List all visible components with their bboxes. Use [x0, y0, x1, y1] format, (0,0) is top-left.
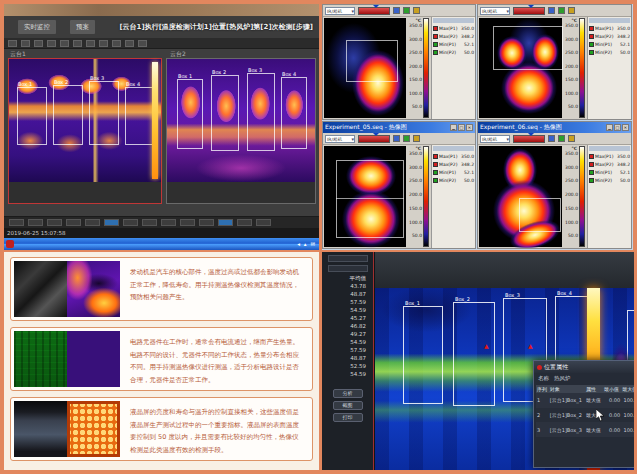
palette-icon[interactable]: [125, 40, 134, 47]
timeline-button[interactable]: [9, 219, 24, 226]
timeline-button[interactable]: [85, 219, 100, 226]
legend-row[interactable]: Max(P1)350.0: [589, 152, 630, 160]
tool-gold-icon[interactable]: [413, 7, 420, 14]
thermal-view[interactable]: [479, 18, 562, 118]
roi-box[interactable]: [336, 160, 404, 238]
camera2-panel[interactable]: Box 1 Box 2 Box 3 Box 4: [166, 58, 316, 204]
snapshot-button[interactable]: 截图: [333, 401, 363, 410]
measure-box[interactable]: Box 4: [281, 77, 307, 149]
sidebar-field[interactable]: [328, 255, 368, 262]
zoom-out-icon[interactable]: [73, 40, 82, 47]
source-dropdown[interactable]: IR/相机: [480, 135, 510, 143]
timeline-button[interactable]: [199, 219, 214, 226]
roi-rect-icon[interactable]: [86, 40, 95, 47]
tab-live-monitor[interactable]: 实时监控: [18, 20, 56, 34]
dialog-titlebar[interactable]: 位置属性 — □ ✕: [534, 361, 634, 373]
timeline-button-active[interactable]: [104, 219, 119, 226]
minimize-icon[interactable]: ▁: [450, 124, 457, 131]
timeline-button[interactable]: [66, 219, 81, 226]
roi-box[interactable]: Box_1: [403, 306, 443, 404]
timeline-button[interactable]: [123, 219, 138, 226]
roi-point-icon[interactable]: [112, 40, 121, 47]
timeline-button[interactable]: [180, 219, 195, 226]
pause-icon[interactable]: [21, 40, 30, 47]
palette-bar[interactable]: [358, 7, 390, 15]
source-dropdown[interactable]: IR/相机: [480, 7, 510, 15]
minimize-icon[interactable]: ▁: [606, 124, 613, 131]
tool-blue-icon[interactable]: [548, 135, 555, 142]
sidebar-field[interactable]: [328, 265, 368, 272]
roi-box[interactable]: [519, 198, 561, 232]
tool-gold-icon[interactable]: [413, 135, 420, 142]
palette-bar[interactable]: [513, 7, 545, 15]
table-row[interactable]: 3 [云台1]Box_3 最大值 0.00 100.00: [536, 422, 634, 437]
snapshot-icon[interactable]: [47, 40, 56, 47]
legend-row[interactable]: Max(P2)348.2: [589, 160, 630, 168]
thermal-view[interactable]: [479, 146, 562, 247]
tool-green-icon[interactable]: [403, 135, 410, 142]
system-tray[interactable]: ◂ ▴ ✉: [297, 241, 316, 247]
tool-green-icon[interactable]: [558, 135, 565, 142]
legend-row[interactable]: Min(P1)52.1: [589, 40, 630, 48]
print-button[interactable]: 打印: [333, 413, 363, 422]
analyze-button[interactable]: 分析: [333, 389, 363, 398]
play-icon[interactable]: [8, 40, 17, 47]
source-dropdown[interactable]: IR/相机: [325, 7, 355, 15]
tab-plan[interactable]: 预案: [70, 20, 95, 34]
measure-box[interactable]: Box 1: [177, 79, 203, 149]
tool-green-icon[interactable]: [403, 7, 410, 14]
timeline-button[interactable]: [237, 219, 252, 226]
ir-window-1[interactable]: IR/相机 °C 350.0300.0250.0200.0150.0100.05…: [322, 4, 476, 120]
thermal-view[interactable]: [324, 18, 406, 118]
table-row[interactable]: 1 [云台1]Box_1 最大值 0.00 100.00: [536, 393, 634, 408]
timeline-button[interactable]: [256, 219, 271, 226]
tool-blue-icon[interactable]: [548, 7, 555, 14]
position-properties-dialog[interactable]: 位置属性 — □ ✕ 名称 热风炉 序列 对象 属性 最小值 最大值: [533, 360, 634, 468]
zoom-in-icon[interactable]: [60, 40, 69, 47]
ir-window-3[interactable]: Experiment_05.seq - 热像图 ▁□✕ IR/相机: [322, 121, 476, 249]
legend-row[interactable]: Max(P1)350.0: [433, 152, 474, 160]
timeline-button[interactable]: [142, 219, 157, 226]
app-logo-icon[interactable]: [6, 240, 14, 248]
legend-row[interactable]: Min(P2)50.0: [433, 48, 474, 56]
measure-box[interactable]: Box 3: [247, 73, 275, 151]
timeline-button[interactable]: [28, 219, 43, 226]
legend-row[interactable]: Max(P2)348.2: [589, 32, 630, 40]
ir-window-2[interactable]: IR/相机 °C 350.0300.0250.0200.0150.: [477, 4, 632, 120]
windows-taskbar[interactable]: ◂ ▴ ✉: [4, 238, 319, 250]
ir-window-4[interactable]: Experiment_06.seq - 热像图 ▁□✕ IR/相机: [477, 121, 632, 249]
tool-blue-icon[interactable]: [393, 7, 400, 14]
palette-bar[interactable]: [358, 135, 390, 143]
legend-row[interactable]: Max(P1)350.0: [433, 24, 474, 32]
tool-green-icon[interactable]: [558, 7, 565, 14]
measure-box[interactable]: Box 1: [17, 87, 47, 145]
legend-row[interactable]: Min(P2)50.0: [589, 48, 630, 56]
legend-row[interactable]: Min(P2)50.0: [589, 176, 630, 184]
window-titlebar[interactable]: Experiment_05.seq - 热像图 ▁□✕: [323, 122, 475, 133]
legend-row[interactable]: Min(P1)52.1: [589, 168, 630, 176]
legend-row[interactable]: Max(P2)348.2: [433, 160, 474, 168]
maximize-icon[interactable]: □: [458, 124, 465, 131]
tool-gold-icon[interactable]: [568, 7, 575, 14]
close-icon[interactable]: ✕: [466, 124, 473, 131]
window-titlebar[interactable]: Experiment_06.seq - 热像图 ▁□✕: [478, 122, 631, 133]
roi-box[interactable]: [346, 40, 398, 82]
measure-box[interactable]: Box 4: [125, 87, 153, 145]
legend-row[interactable]: Min(P1)52.1: [433, 168, 474, 176]
palette-bar[interactable]: [513, 135, 545, 143]
tool-blue-icon[interactable]: [393, 135, 400, 142]
thermal-view[interactable]: [324, 146, 406, 247]
tool-gold-icon[interactable]: [568, 135, 575, 142]
timeline-button-active[interactable]: [218, 219, 233, 226]
close-icon[interactable]: ✕: [622, 124, 629, 131]
timeline-button[interactable]: [47, 219, 62, 226]
camera1-panel[interactable]: Box 1 Box 2 Box 3 Box 4: [8, 58, 162, 204]
legend-row[interactable]: Min(P2)50.0: [433, 176, 474, 184]
stop-icon[interactable]: [138, 40, 147, 47]
record-icon[interactable]: [34, 40, 43, 47]
legend-row[interactable]: Max(P1)350.0: [589, 24, 630, 32]
timeline-button[interactable]: [161, 219, 176, 226]
legend-row[interactable]: Min(P1)52.1: [433, 40, 474, 48]
source-dropdown[interactable]: IR/相机: [325, 135, 355, 143]
roi-line-icon[interactable]: [99, 40, 108, 47]
